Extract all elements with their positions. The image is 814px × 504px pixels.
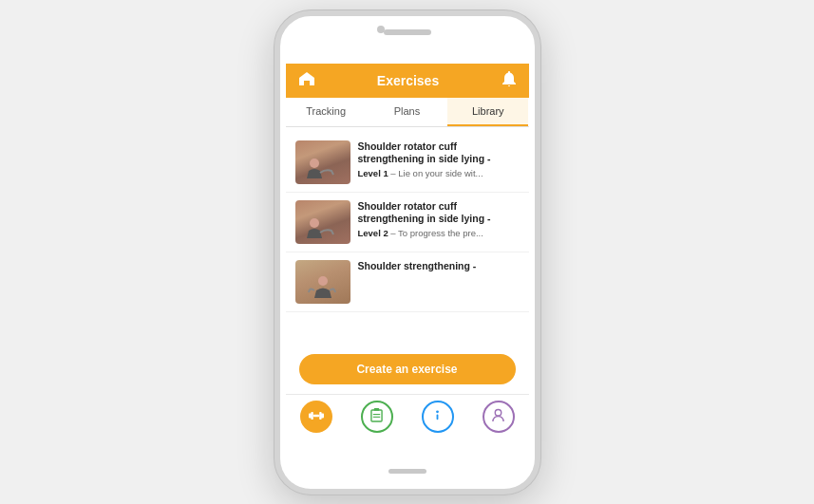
- info-icon: [431, 408, 444, 425]
- svg-rect-5: [311, 412, 312, 420]
- tab-library[interactable]: Library: [447, 98, 528, 126]
- exercise-thumbnail: [295, 140, 350, 184]
- tab-plans[interactable]: Plans: [367, 98, 447, 126]
- exercise-list[interactable]: Shoulder rotator cuff strengthening in s…: [286, 127, 529, 345]
- phone-shell: Exercises Tracking Plans Library: [274, 10, 540, 495]
- list-item[interactable]: Shoulder rotator cuff strengthening in s…: [286, 133, 529, 193]
- exercise-title: Shoulder strengthening -: [358, 260, 520, 273]
- exercise-thumbnail: [295, 260, 350, 304]
- exercise-info: Shoulder strengthening -: [350, 260, 520, 275]
- nav-exercises-button[interactable]: [300, 401, 332, 433]
- nav-notes-button[interactable]: [361, 401, 393, 433]
- svg-point-2: [318, 276, 328, 286]
- exercise-info: Shoulder rotator cuff strengthening in s…: [350, 200, 520, 240]
- person-icon: [492, 408, 504, 425]
- svg-point-12: [436, 410, 439, 413]
- home-indicator[interactable]: [388, 469, 426, 474]
- nav-profile-button[interactable]: [483, 401, 515, 433]
- svg-rect-9: [374, 408, 380, 411]
- tab-bar: Tracking Plans Library: [286, 98, 529, 127]
- svg-rect-8: [371, 409, 382, 420]
- bell-icon[interactable]: [502, 71, 516, 90]
- phone-screen: Exercises Tracking Plans Library: [286, 64, 529, 437]
- dumbbell-icon: [309, 408, 324, 424]
- create-button-section: Create an exercise: [286, 345, 529, 394]
- exercise-thumbnail: [295, 200, 350, 244]
- svg-rect-7: [312, 415, 318, 417]
- list-item[interactable]: Shoulder strengthening -: [286, 252, 529, 312]
- exercise-title: Shoulder rotator cuff strengthening in s…: [358, 140, 520, 166]
- exercise-desc: Level 2 – To progress the pre...: [358, 228, 520, 239]
- exercise-desc: Level 1 – Lie on your side wit...: [358, 168, 520, 179]
- bottom-navigation: [286, 394, 529, 437]
- list-item[interactable]: Shoulder rotator cuff strengthening in s…: [286, 193, 529, 252]
- tab-tracking[interactable]: Tracking: [286, 98, 367, 126]
- app-header: Exercises: [286, 64, 529, 98]
- svg-point-14: [495, 409, 502, 416]
- svg-rect-13: [437, 414, 439, 420]
- create-exercise-button[interactable]: Create an exercise: [299, 354, 516, 384]
- clipboard-icon: [370, 408, 383, 425]
- page-title: Exercises: [377, 73, 439, 88]
- svg-point-0: [310, 159, 319, 168]
- svg-point-1: [310, 218, 319, 228]
- home-icon[interactable]: [299, 72, 314, 89]
- svg-rect-6: [319, 412, 321, 420]
- exercise-info: Shoulder rotator cuff strengthening in s…: [350, 140, 520, 180]
- phone-device: Exercises Tracking Plans Library: [274, 10, 540, 495]
- exercise-title: Shoulder rotator cuff strengthening in s…: [358, 200, 520, 226]
- nav-info-button[interactable]: [422, 401, 454, 433]
